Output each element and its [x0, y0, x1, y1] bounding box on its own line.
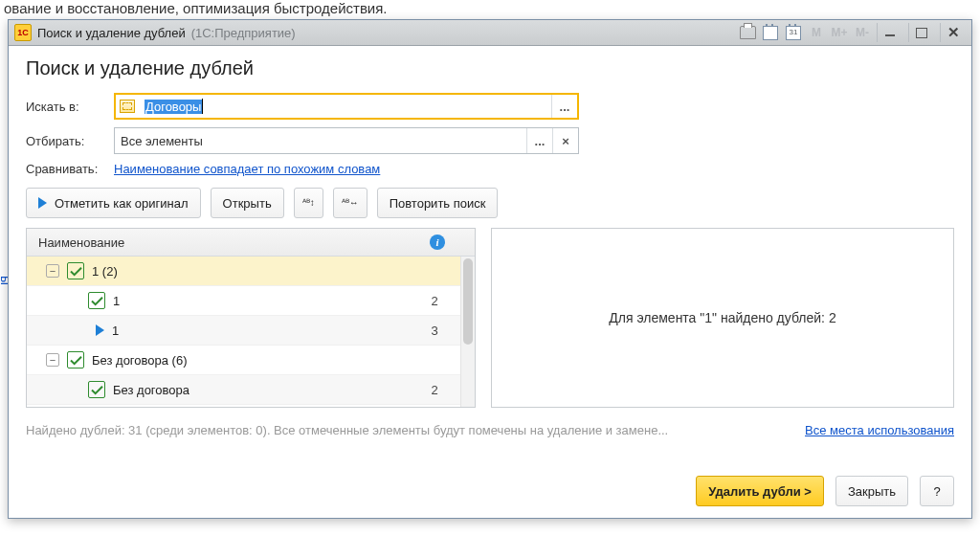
close-button[interactable]: ✕ [940, 23, 966, 42]
row-count: 2 [408, 294, 461, 308]
grid-col-name[interactable]: Наименование [27, 235, 413, 250]
duplicates-grid: Наименование i − 1 (2)1213− Без договора… [26, 228, 476, 408]
row-label: 1 (2) [84, 264, 408, 279]
help-label: ? [933, 484, 940, 499]
maximize-button[interactable] [908, 23, 934, 42]
compare-rules-link[interactable]: Наименование совпадает по похожим словам [114, 162, 380, 176]
minimize-button[interactable] [877, 23, 902, 42]
status-text: Найдено дублей: 31 (среди элементов: 0).… [26, 423, 791, 437]
toolbar-icon-1-button[interactable]: ᴬᴮ↕ [294, 188, 323, 218]
window-title: Поиск и удаление дублей [37, 26, 186, 40]
row-label: 1 [104, 324, 408, 338]
search-in-field[interactable]: Договоры ... [114, 93, 579, 120]
filter-choose-button[interactable]: ... [526, 128, 552, 153]
help-button[interactable]: ? [920, 476, 954, 506]
vertical-scrollbar[interactable] [460, 257, 475, 407]
filter-value: Все элементы [115, 128, 526, 153]
mark-original-button[interactable]: Отметить как оригинал [26, 188, 201, 218]
toolbar: Отметить как оригинал Открыть ᴬᴮ↕ ᴬᴮ↔ По… [26, 188, 954, 218]
delete-duplicates-button[interactable]: Удалить дубли > [696, 476, 824, 506]
checkbox[interactable] [88, 292, 105, 309]
open-button[interactable]: Открыть [211, 188, 284, 218]
filter-label: Отбирать: [26, 134, 108, 148]
row-count: 3 [408, 324, 461, 338]
calendar-day-icon[interactable]: 31 [785, 24, 802, 41]
arrow-right-icon [38, 197, 47, 209]
tree-toggle-icon[interactable]: − [46, 353, 59, 367]
window-subtitle: (1С:Предприятие) [191, 26, 296, 40]
register-icon [116, 95, 139, 118]
checkbox[interactable] [67, 351, 84, 368]
search-in-value: Договоры [145, 100, 202, 114]
filter-clear-button[interactable]: × [552, 128, 578, 153]
toolbar-icon-2-button[interactable]: ᴬᴮ↔ [333, 188, 368, 218]
delete-duplicates-label: Удалить дубли > [708, 484, 812, 499]
page-title: Поиск и удаление дублей [26, 57, 954, 79]
checkbox[interactable] [88, 381, 105, 398]
grid-row[interactable]: 12 [27, 286, 461, 316]
row-label: 1 [105, 294, 408, 308]
memory-mminus-icon: М- [854, 24, 871, 41]
info-icon: i [430, 234, 445, 250]
row-label: Без договора [105, 383, 408, 397]
grid-col-info[interactable]: i [413, 234, 461, 250]
sort-icon: ᴬᴮ↕ [302, 198, 315, 208]
print-icon[interactable] [739, 24, 756, 41]
close-dialog-button[interactable]: Закрыть [835, 476, 908, 506]
memory-m-icon: М [808, 24, 825, 41]
grid-row[interactable]: − Без договора (6) [27, 346, 461, 375]
swap-icon: ᴬᴮ↔ [342, 198, 359, 208]
checkbox[interactable] [67, 262, 84, 279]
titlebar: 1С Поиск и удаление дублей (1С:Предприят… [9, 20, 971, 46]
app-logo-icon: 1С [14, 24, 32, 41]
memory-mplus-icon: М+ [831, 24, 848, 41]
filter-field[interactable]: Все элементы ... × [114, 127, 579, 154]
tree-toggle-icon[interactable]: − [46, 264, 59, 278]
all-usages-link[interactable]: Все места использования [805, 423, 954, 437]
open-label: Открыть [223, 196, 272, 211]
search-in-choose-button[interactable]: ... [551, 95, 577, 118]
repeat-search-button[interactable]: Повторить поиск [377, 188, 499, 218]
search-in-label: Искать в: [26, 100, 108, 114]
row-count: 2 [408, 383, 461, 397]
grid-row[interactable]: 13 [27, 316, 461, 346]
grid-row[interactable]: Без договора2 [27, 375, 461, 405]
repeat-search-label: Повторить поиск [390, 196, 486, 211]
modal-window: 1С Поиск и удаление дублей (1С:Предприят… [8, 19, 972, 519]
preview-message: Для элемента "1" найдено дублей: 2 [492, 310, 953, 325]
close-dialog-label: Закрыть [848, 484, 896, 499]
original-arrow-icon [96, 324, 104, 336]
preview-panel: Для элемента "1" найдено дублей: 2 [491, 228, 954, 408]
mark-original-label: Отметить как оригинал [55, 196, 189, 211]
calendar-icon[interactable] [762, 24, 779, 41]
background-text: ование и восстановление, оптимизация быс… [0, 0, 391, 16]
row-label: Без договора (6) [84, 353, 408, 368]
compare-label: Сравнивать: [26, 162, 108, 176]
grid-body[interactable]: − 1 (2)1213− Без договора (6)Без договор… [27, 257, 461, 407]
grid-row[interactable]: − 1 (2) [27, 257, 461, 286]
